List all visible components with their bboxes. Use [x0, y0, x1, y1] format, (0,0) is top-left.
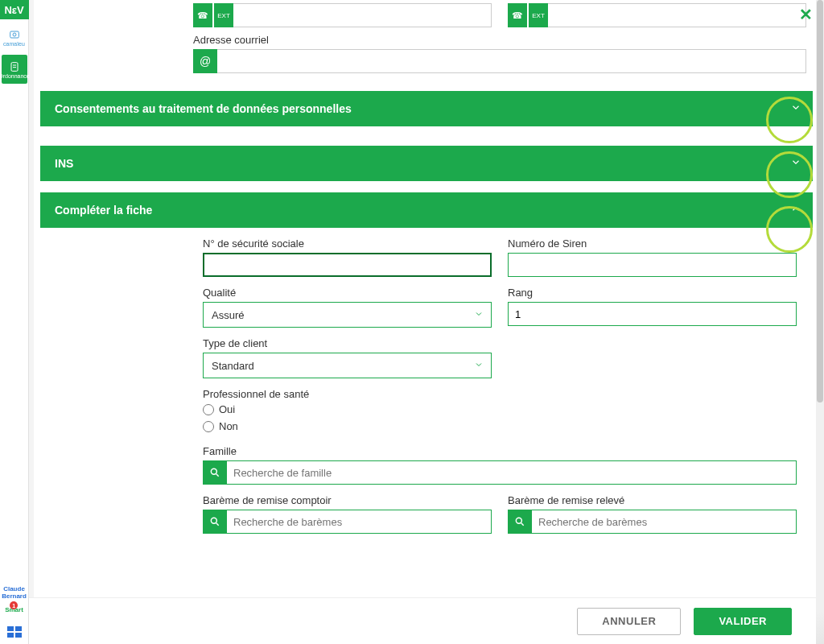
famille-search-input[interactable]	[227, 460, 797, 485]
section-consent-header[interactable]: Consentements au traitement de données p…	[40, 91, 813, 126]
qualite-label: Qualité	[203, 287, 492, 299]
scrollbar-thumb[interactable]	[817, 0, 823, 402]
phone1-field: ☎ EXT	[193, 3, 492, 27]
svg-line-6	[216, 523, 219, 526]
sidebar-item-camaieu[interactable]: camaïeu	[2, 23, 27, 52]
email-field-wrap: @	[193, 49, 806, 73]
section-ins-header[interactable]: INS	[40, 146, 813, 181]
type-client-label: Type de client	[203, 337, 492, 349]
phone-icon: ☎	[508, 3, 527, 27]
app-logo: NεV	[0, 0, 29, 19]
search-icon[interactable]	[508, 510, 532, 534]
bareme-releve-input[interactable]	[532, 510, 797, 534]
svg-point-7	[516, 518, 521, 523]
type-client-value: Standard	[203, 353, 492, 378]
sidebar-rail: NεV camaïeu Ordonnance Claude Bernard 1 …	[0, 0, 29, 644]
svg-line-4	[216, 474, 219, 477]
pro-oui-radio[interactable]: Oui	[203, 403, 797, 415]
validate-button[interactable]: VALIDER	[694, 608, 792, 635]
email-input[interactable]	[217, 49, 806, 73]
chevron-up-icon	[790, 204, 801, 217]
sidebar-brand-smart[interactable]: 1 Smart	[5, 606, 23, 613]
phone2-field: ☎ EXT	[508, 3, 806, 27]
close-icon[interactable]: ✕	[799, 5, 813, 24]
svg-rect-0	[10, 31, 19, 38]
sidebar-item-label: Ordonnance	[0, 73, 30, 79]
section-title: INS	[55, 157, 73, 170]
chevron-down-icon	[474, 308, 484, 322]
pro-sante-label: Professionnel de santé	[203, 388, 797, 400]
chevron-down-icon	[474, 358, 484, 373]
section-fiche-header[interactable]: Compléter la fiche	[40, 192, 813, 228]
cancel-button[interactable]: ANNULER	[577, 608, 681, 635]
rang-input[interactable]	[508, 302, 797, 326]
ext-icon: EXT	[214, 3, 233, 27]
rang-label: Rang	[508, 287, 797, 299]
qualite-value: Assuré	[203, 302, 492, 328]
search-icon[interactable]	[203, 510, 227, 534]
search-icon[interactable]	[203, 460, 227, 485]
sidebar-item-label: camaïeu	[3, 41, 25, 47]
bareme-comptoir-input[interactable]	[227, 510, 492, 534]
svg-point-3	[211, 469, 216, 474]
sidebar-item-ordonnance[interactable]: Ordonnance	[2, 55, 27, 84]
phone-icon: ☎	[193, 3, 212, 27]
ssn-label: N° de sécurité sociale	[203, 237, 492, 250]
camera-icon	[8, 28, 21, 41]
siren-input[interactable]	[508, 253, 797, 277]
at-icon: @	[193, 49, 217, 73]
svg-point-1	[13, 33, 16, 36]
pro-non-radio[interactable]: Non	[203, 420, 797, 432]
chevron-down-icon	[790, 102, 801, 116]
section-fiche-body: N° de sécurité sociale Numéro de Siren Q…	[40, 228, 813, 550]
svg-point-5	[211, 518, 216, 523]
famille-label: Famille	[203, 445, 797, 457]
bareme-comptoir-label: Barème de remise comptoir	[203, 494, 492, 506]
chevron-down-icon	[790, 157, 801, 171]
section-title: Consentements au traitement de données p…	[55, 102, 352, 115]
svg-line-8	[521, 523, 524, 526]
siren-label: Numéro de Siren	[508, 237, 797, 250]
bareme-releve-label: Barème de remise relevé	[508, 494, 797, 506]
apps-grid-icon[interactable]	[7, 626, 22, 638]
prescription-icon	[8, 60, 21, 73]
ssn-input[interactable]	[203, 253, 492, 277]
sidebar-brand-claude-bernard[interactable]: Claude Bernard	[0, 585, 28, 600]
form-panel: ☎ EXT ☎ EXT Adresse courriel	[34, 0, 819, 644]
type-client-select[interactable]: Standard	[203, 353, 492, 378]
qualite-select[interactable]: Assuré	[203, 302, 492, 328]
section-title: Compléter la fiche	[55, 204, 152, 217]
footer-actions: ANNULER VALIDER	[29, 597, 816, 644]
ext-icon: EXT	[529, 3, 548, 27]
phone2-input[interactable]	[548, 3, 806, 27]
svg-rect-2	[11, 62, 18, 71]
phone1-input[interactable]	[233, 3, 492, 27]
email-label: Adresse courriel	[37, 34, 816, 49]
